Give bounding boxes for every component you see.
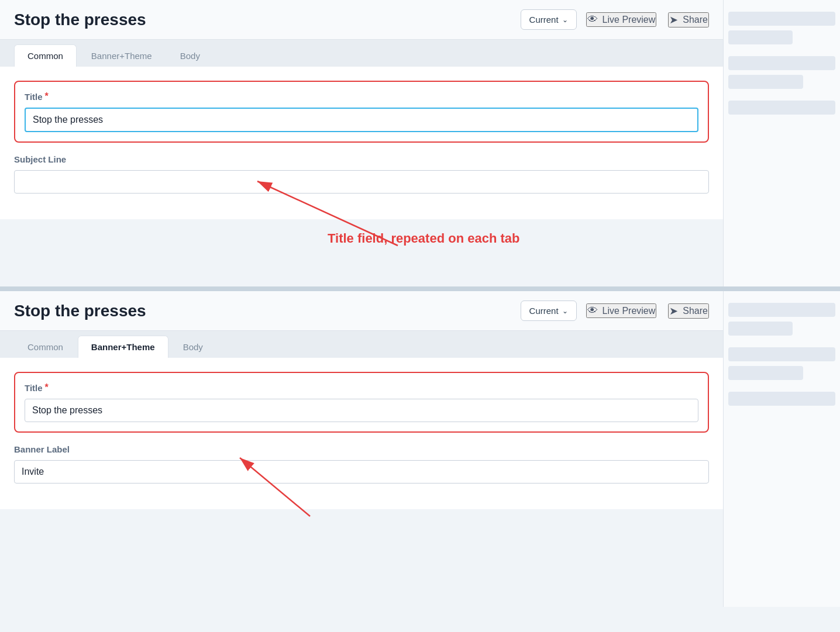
required-star-1: * bbox=[45, 91, 49, 102]
sidebar-stub-3 bbox=[728, 56, 835, 70]
title-input-1[interactable] bbox=[25, 108, 698, 132]
live-preview-label-1: Live Preview bbox=[603, 15, 656, 25]
tabs-bar-2: Common Banner+Theme Body bbox=[0, 331, 723, 358]
sidebar-stub-1 bbox=[728, 12, 835, 26]
current-dropdown-1[interactable]: Current ⌄ bbox=[521, 9, 577, 30]
chevron-down-icon-2: ⌄ bbox=[562, 307, 568, 315]
tab-common-2[interactable]: Common bbox=[14, 336, 77, 358]
live-preview-label-2: Live Preview bbox=[603, 306, 656, 316]
panel-bottom: Stop the presses Current ⌄ 👁 Live Previe… bbox=[0, 291, 840, 607]
share-icon-1: ➤ bbox=[669, 13, 678, 26]
sidebar-stub-5 bbox=[728, 101, 835, 115]
panel1-header: Stop the presses Current ⌄ 👁 Live Previe… bbox=[0, 0, 723, 40]
title-field-section-1: Title * bbox=[14, 81, 709, 143]
panel2-content: Title * Banner Label bbox=[0, 358, 723, 509]
panel-top: Stop the presses Current ⌄ 👁 Live Previe… bbox=[0, 0, 840, 286]
title-input-2[interactable] bbox=[25, 399, 698, 422]
panel2-header: Stop the presses Current ⌄ 👁 Live Previe… bbox=[0, 291, 723, 331]
subject-line-section: Subject Line bbox=[14, 154, 709, 194]
share-label-2: Share bbox=[683, 306, 708, 316]
right-sidebar-1 bbox=[723, 0, 840, 286]
panel1-title: Stop the presses bbox=[14, 11, 511, 29]
required-star-2: * bbox=[45, 382, 49, 393]
live-preview-button-1[interactable]: 👁 Live Preview bbox=[586, 12, 657, 27]
panel-divider bbox=[0, 286, 840, 291]
header-actions-1: 👁 Live Preview ➤ Share bbox=[586, 12, 709, 27]
chevron-down-icon-1: ⌄ bbox=[562, 16, 568, 24]
sidebar-stub-9 bbox=[728, 366, 803, 380]
panel2-title: Stop the presses bbox=[14, 302, 511, 320]
live-preview-button-2[interactable]: 👁 Live Preview bbox=[586, 303, 657, 318]
dropdown-label-1: Current bbox=[529, 15, 559, 25]
tab-body-1[interactable]: Body bbox=[167, 44, 214, 67]
share-icon-2: ➤ bbox=[669, 305, 678, 317]
sidebar-stub-8 bbox=[728, 347, 835, 361]
subject-line-input[interactable] bbox=[14, 170, 709, 194]
share-label-1: Share bbox=[683, 15, 708, 25]
header-actions-2: 👁 Live Preview ➤ Share bbox=[586, 303, 709, 319]
subject-line-label: Subject Line bbox=[14, 154, 709, 164]
share-button-2[interactable]: ➤ Share bbox=[668, 303, 709, 319]
tab-banner-theme-2[interactable]: Banner+Theme bbox=[78, 336, 168, 358]
title-label-2: Title * bbox=[25, 382, 698, 393]
sidebar-stub-7 bbox=[728, 322, 793, 336]
tab-banner-theme-1[interactable]: Banner+Theme bbox=[78, 44, 166, 67]
tab-body-2[interactable]: Body bbox=[170, 336, 216, 358]
right-sidebar-2 bbox=[723, 291, 840, 607]
annotation-label-1: Title field, repeated on each tab bbox=[328, 231, 519, 246]
sidebar-stub-6 bbox=[728, 303, 835, 317]
eye-icon-2: 👁 bbox=[587, 305, 598, 317]
tabs-bar-1: Common Banner+Theme Body bbox=[0, 40, 723, 67]
sidebar-stub-4 bbox=[728, 75, 803, 89]
sidebar-stub-2 bbox=[728, 30, 793, 44]
banner-label-input[interactable] bbox=[14, 460, 709, 484]
share-button-1[interactable]: ➤ Share bbox=[668, 12, 709, 27]
current-dropdown-2[interactable]: Current ⌄ bbox=[521, 301, 577, 321]
banner-label-section: Banner Label bbox=[14, 444, 709, 484]
title-label-1: Title * bbox=[25, 91, 698, 102]
tab-common-1[interactable]: Common bbox=[14, 44, 77, 67]
dropdown-label-2: Current bbox=[529, 306, 559, 316]
banner-label-label: Banner Label bbox=[14, 444, 709, 454]
title-field-section-2: Title * bbox=[14, 372, 709, 433]
eye-icon-1: 👁 bbox=[587, 13, 598, 26]
sidebar-stub-10 bbox=[728, 392, 835, 406]
panel1-content: Title * Subject Line bbox=[0, 67, 723, 219]
